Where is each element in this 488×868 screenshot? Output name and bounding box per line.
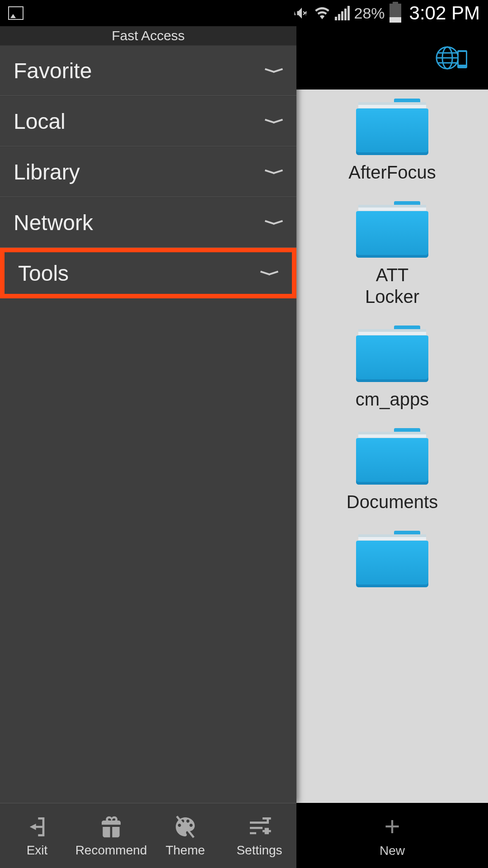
folder-item[interactable]: ATT Locker bbox=[347, 201, 437, 307]
folder-icon bbox=[356, 326, 428, 382]
fast-access-drawer: Fast Access Favorite Local Library Netwo… bbox=[0, 26, 296, 803]
vibration-mute-icon bbox=[291, 5, 310, 21]
chevron-down-icon bbox=[265, 67, 283, 74]
drawer-item-tools[interactable]: Tools bbox=[0, 248, 296, 298]
bottom-btn-label: Recommend bbox=[75, 843, 147, 858]
status-time: 3:02 PM bbox=[409, 2, 480, 24]
folder-icon bbox=[356, 201, 428, 258]
folder-item[interactable] bbox=[347, 531, 437, 587]
drawer-item-network[interactable]: Network bbox=[0, 197, 296, 248]
exit-button[interactable]: Exit bbox=[0, 803, 74, 868]
folder-icon bbox=[356, 99, 428, 155]
folder-label: AfterFocus bbox=[348, 161, 436, 183]
chevron-down-icon bbox=[260, 270, 278, 276]
drawer-item-library[interactable]: Library bbox=[0, 146, 296, 197]
drawer-title: Fast Access bbox=[0, 26, 296, 45]
chevron-down-icon bbox=[265, 118, 283, 124]
plus-icon: + bbox=[384, 813, 400, 840]
status-bar: 28% 3:02 PM bbox=[0, 0, 488, 26]
settings-button[interactable]: Settings bbox=[222, 803, 296, 868]
bottom-btn-label: Theme bbox=[165, 843, 205, 858]
exit-icon bbox=[24, 814, 50, 840]
folder-icon bbox=[356, 531, 428, 587]
drawer-item-label: Network bbox=[14, 210, 93, 235]
drawer-item-label: Tools bbox=[18, 261, 69, 286]
battery-percent: 28% bbox=[354, 5, 385, 22]
bottom-bar: Exit Recommend Theme Settings + New bbox=[0, 803, 488, 868]
folder-item[interactable]: AfterFocus bbox=[347, 99, 437, 183]
bottom-btn-label: Settings bbox=[236, 843, 282, 858]
drawer-item-label: Local bbox=[14, 109, 66, 134]
folder-label: ATT Locker bbox=[347, 264, 437, 307]
chevron-down-icon bbox=[265, 219, 283, 226]
theme-button[interactable]: Theme bbox=[148, 803, 222, 868]
drawer-item-local[interactable]: Local bbox=[0, 96, 296, 146]
drawer-item-favorite[interactable]: Favorite bbox=[0, 45, 296, 96]
folder-item[interactable]: cm_apps bbox=[347, 326, 437, 410]
sliders-icon bbox=[247, 814, 272, 840]
bottom-btn-label: New bbox=[380, 844, 405, 858]
palette-icon bbox=[173, 814, 198, 840]
folder-label: cm_apps bbox=[356, 388, 429, 410]
globe-device-icon[interactable] bbox=[434, 42, 470, 74]
picture-icon bbox=[8, 6, 23, 20]
new-button[interactable]: + New bbox=[296, 803, 488, 868]
gift-icon bbox=[99, 814, 124, 840]
wifi-icon bbox=[314, 5, 330, 21]
svg-rect-6 bbox=[459, 52, 466, 65]
folder-item[interactable]: Documents bbox=[347, 428, 437, 513]
chevron-down-icon bbox=[265, 169, 283, 175]
recommend-button[interactable]: Recommend bbox=[74, 803, 148, 868]
cellular-signal-icon bbox=[335, 6, 350, 20]
folder-label: Documents bbox=[347, 491, 438, 513]
bottom-btn-label: Exit bbox=[27, 843, 48, 858]
drawer-item-label: Favorite bbox=[14, 58, 92, 83]
drawer-item-label: Library bbox=[14, 160, 80, 184]
folder-icon bbox=[356, 428, 428, 485]
battery-icon bbox=[389, 4, 401, 23]
